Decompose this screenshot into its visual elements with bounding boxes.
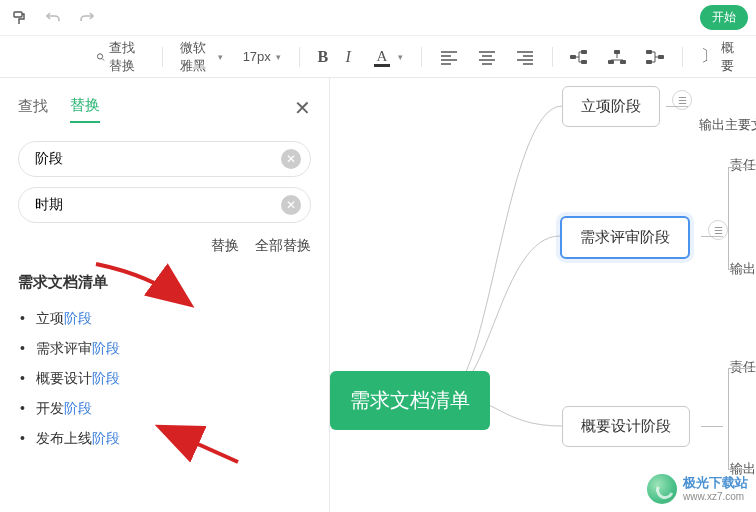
- find-replace-label: 查找替换: [109, 39, 143, 75]
- tab-replace[interactable]: 替换: [70, 96, 100, 123]
- svg-rect-2: [570, 55, 576, 59]
- align-left-button[interactable]: [434, 45, 464, 69]
- redo-icon[interactable]: [76, 7, 98, 29]
- mindmap-node[interactable]: 概要设计阶段: [562, 406, 690, 447]
- chevron-down-icon: ▾: [398, 52, 403, 62]
- undo-icon[interactable]: [42, 7, 64, 29]
- clear-replace-icon[interactable]: ✕: [281, 195, 301, 215]
- svg-point-1: [97, 53, 102, 58]
- mindmap-node-selected[interactable]: 需求评审阶段: [560, 216, 690, 259]
- separator: [162, 47, 163, 67]
- svg-rect-9: [646, 50, 652, 54]
- mindmap-root-node[interactable]: 需求文档清单: [330, 371, 490, 430]
- replace-input[interactable]: [18, 187, 311, 223]
- bold-button[interactable]: B: [312, 44, 332, 70]
- align-right-button[interactable]: [510, 45, 540, 69]
- result-item[interactable]: 立项阶段: [18, 304, 311, 334]
- structure-button-3[interactable]: [640, 46, 670, 68]
- svg-rect-8: [658, 55, 664, 59]
- format-painter-icon[interactable]: [8, 7, 30, 29]
- svg-rect-5: [614, 50, 620, 54]
- bracket-icon: 〕: [701, 46, 717, 67]
- font-size-select[interactable]: 17px▾: [237, 45, 287, 68]
- close-icon[interactable]: ✕: [294, 96, 311, 120]
- node-subtext: 责任人: [730, 358, 756, 376]
- italic-button[interactable]: I: [340, 44, 357, 70]
- align-center-button[interactable]: [472, 45, 502, 69]
- svg-rect-4: [581, 60, 587, 64]
- result-item[interactable]: 概要设计阶段: [18, 364, 311, 394]
- font-color-button[interactable]: A▾: [365, 44, 409, 69]
- separator: [299, 47, 300, 67]
- node-tag-icon[interactable]: ☰: [708, 220, 728, 240]
- chevron-down-icon: ▾: [218, 52, 223, 62]
- node-tag-icon[interactable]: ☰: [672, 90, 692, 110]
- start-button[interactable]: 开始: [700, 5, 748, 30]
- replace-all-button[interactable]: 全部替换: [255, 237, 311, 255]
- svg-rect-0: [14, 12, 22, 17]
- font-family-select[interactable]: 微软雅黑▾: [174, 35, 228, 79]
- find-input[interactable]: [18, 141, 311, 177]
- result-item[interactable]: 发布上线阶段: [18, 424, 311, 454]
- structure-button-2[interactable]: [602, 46, 632, 68]
- node-subtext: 输出主要文档: [699, 116, 756, 134]
- find-replace-button[interactable]: 查找替换: [90, 35, 150, 79]
- separator: [682, 47, 683, 67]
- connector-lines: [330, 78, 756, 512]
- mindmap-node[interactable]: 立项阶段: [562, 86, 660, 127]
- outline-button[interactable]: 〕 概要: [695, 35, 740, 79]
- result-item[interactable]: 需求评审阶段: [18, 334, 311, 364]
- font-color-icon: A: [371, 48, 393, 65]
- result-item[interactable]: 开发阶段: [18, 394, 311, 424]
- watermark-logo-icon: [647, 474, 677, 504]
- clear-find-icon[interactable]: ✕: [281, 149, 301, 169]
- separator: [552, 47, 553, 67]
- structure-button-1[interactable]: [564, 46, 594, 68]
- results-heading: 需求文档清单: [18, 273, 311, 292]
- node-subtext: 责任人: [730, 156, 756, 174]
- chevron-down-icon: ▾: [276, 52, 281, 62]
- svg-rect-10: [646, 60, 652, 64]
- svg-rect-3: [581, 50, 587, 54]
- tab-find[interactable]: 查找: [18, 97, 48, 122]
- replace-button[interactable]: 替换: [211, 237, 239, 255]
- watermark: 极光下载站 www.xz7.com: [647, 474, 748, 504]
- separator: [421, 47, 422, 67]
